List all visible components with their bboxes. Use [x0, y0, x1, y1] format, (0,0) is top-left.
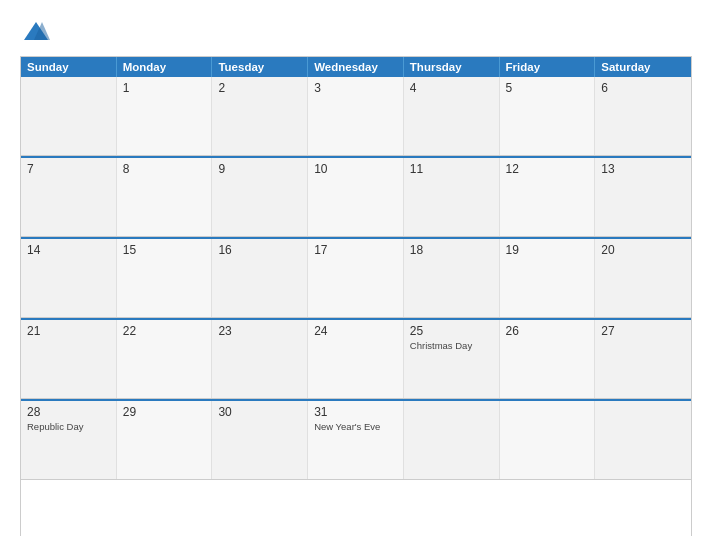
weekday-header-friday: Friday	[500, 57, 596, 77]
cal-cell: 6	[595, 77, 691, 155]
cal-cell: 16	[212, 239, 308, 317]
cal-cell: 27	[595, 320, 691, 398]
day-number: 3	[314, 81, 397, 95]
cal-cell: 26	[500, 320, 596, 398]
cal-cell	[21, 77, 117, 155]
week-row-2: 14151617181920	[21, 237, 691, 318]
week-row-4: 28Republic Day293031New Year's Eve	[21, 399, 691, 480]
day-number: 9	[218, 162, 301, 176]
logo	[20, 18, 50, 46]
cal-cell: 1	[117, 77, 213, 155]
cal-cell: 20	[595, 239, 691, 317]
calendar-body: 1234567891011121314151617181920212223242…	[21, 77, 691, 480]
cal-cell: 13	[595, 158, 691, 236]
cal-cell: 17	[308, 239, 404, 317]
day-number: 12	[506, 162, 589, 176]
day-number: 10	[314, 162, 397, 176]
weekday-header-wednesday: Wednesday	[308, 57, 404, 77]
weekday-header-sunday: Sunday	[21, 57, 117, 77]
day-number: 17	[314, 243, 397, 257]
day-number: 14	[27, 243, 110, 257]
event-label: Christmas Day	[410, 340, 493, 352]
day-number: 19	[506, 243, 589, 257]
day-number: 1	[123, 81, 206, 95]
cal-cell: 22	[117, 320, 213, 398]
cal-cell: 24	[308, 320, 404, 398]
cal-cell: 14	[21, 239, 117, 317]
day-number: 20	[601, 243, 685, 257]
cal-cell: 30	[212, 401, 308, 479]
cal-cell: 29	[117, 401, 213, 479]
event-label: Republic Day	[27, 421, 110, 433]
day-number: 22	[123, 324, 206, 338]
cal-cell	[500, 401, 596, 479]
cal-cell: 7	[21, 158, 117, 236]
cal-cell: 11	[404, 158, 500, 236]
logo-icon	[22, 18, 50, 46]
day-number: 5	[506, 81, 589, 95]
cal-cell	[595, 401, 691, 479]
weekday-header-monday: Monday	[117, 57, 213, 77]
day-number: 31	[314, 405, 397, 419]
day-number: 6	[601, 81, 685, 95]
header	[20, 18, 692, 46]
day-number: 15	[123, 243, 206, 257]
day-number: 8	[123, 162, 206, 176]
cal-cell: 3	[308, 77, 404, 155]
calendar-header-row: SundayMondayTuesdayWednesdayThursdayFrid…	[21, 57, 691, 77]
cal-cell: 25Christmas Day	[404, 320, 500, 398]
day-number: 13	[601, 162, 685, 176]
weekday-header-saturday: Saturday	[595, 57, 691, 77]
cal-cell: 4	[404, 77, 500, 155]
cal-cell: 5	[500, 77, 596, 155]
day-number: 7	[27, 162, 110, 176]
event-label: New Year's Eve	[314, 421, 397, 433]
cal-cell: 19	[500, 239, 596, 317]
cal-cell: 2	[212, 77, 308, 155]
day-number: 27	[601, 324, 685, 338]
cal-cell: 9	[212, 158, 308, 236]
cal-cell: 31New Year's Eve	[308, 401, 404, 479]
day-number: 25	[410, 324, 493, 338]
cal-cell: 12	[500, 158, 596, 236]
weekday-header-tuesday: Tuesday	[212, 57, 308, 77]
day-number: 23	[218, 324, 301, 338]
day-number: 18	[410, 243, 493, 257]
calendar-page: SundayMondayTuesdayWednesdayThursdayFrid…	[0, 0, 712, 550]
cal-cell: 15	[117, 239, 213, 317]
day-number: 16	[218, 243, 301, 257]
day-number: 28	[27, 405, 110, 419]
cal-cell: 28Republic Day	[21, 401, 117, 479]
day-number: 11	[410, 162, 493, 176]
calendar-grid: SundayMondayTuesdayWednesdayThursdayFrid…	[20, 56, 692, 536]
cal-cell: 8	[117, 158, 213, 236]
day-number: 4	[410, 81, 493, 95]
week-row-1: 78910111213	[21, 156, 691, 237]
cal-cell: 10	[308, 158, 404, 236]
cal-cell	[404, 401, 500, 479]
cal-cell: 23	[212, 320, 308, 398]
cal-cell: 18	[404, 239, 500, 317]
cal-cell: 21	[21, 320, 117, 398]
weekday-header-thursday: Thursday	[404, 57, 500, 77]
day-number: 26	[506, 324, 589, 338]
day-number: 30	[218, 405, 301, 419]
day-number: 21	[27, 324, 110, 338]
day-number: 24	[314, 324, 397, 338]
week-row-0: 123456	[21, 77, 691, 156]
week-row-3: 2122232425Christmas Day2627	[21, 318, 691, 399]
day-number: 2	[218, 81, 301, 95]
day-number: 29	[123, 405, 206, 419]
